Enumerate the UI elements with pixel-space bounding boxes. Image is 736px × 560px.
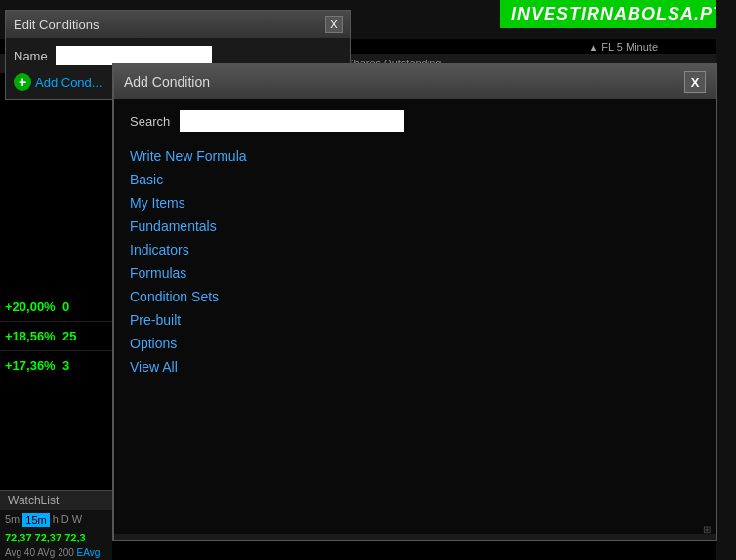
search-row: Search	[130, 110, 700, 132]
menu-item[interactable]: Options	[130, 335, 700, 352]
stock-row: +18,56% 25	[0, 322, 112, 351]
tf-5m[interactable]: 5m	[5, 513, 20, 527]
add-condition-close-button[interactable]: X	[684, 71, 706, 93]
add-condition-title: Add Condition	[124, 74, 210, 90]
tf-w[interactable]: W	[72, 513, 82, 527]
tf-15m[interactable]: 15m	[22, 513, 49, 527]
price-row: 72,37 72,37 72,3	[0, 530, 112, 545]
stock-row: +17,36% 3	[0, 351, 112, 380]
stock-rows: +20,00% 0 +18,56% 25 +17,36% 3	[0, 293, 112, 380]
edit-conditions-titlebar: Edit Conditions X	[6, 11, 350, 38]
resize-handle[interactable]: ⊞	[703, 524, 711, 535]
menu-item[interactable]: My Items	[130, 194, 700, 212]
add-condition-modal: Add Condition X Search Write New Formula…	[112, 63, 717, 541]
menu-item[interactable]: View All	[130, 358, 700, 376]
fl-label: ▲ FL 5 Minute	[588, 41, 658, 53]
add-condition-body: Search Write New FormulaBasicMy ItemsFun…	[114, 99, 716, 534]
condition-menu-list: Write New FormulaBasicMy ItemsFundamenta…	[130, 147, 700, 376]
watchlist-tab[interactable]: WatchList	[0, 490, 112, 510]
name-row: Name	[14, 46, 343, 65]
edit-conditions-title: Edit Conditions	[14, 18, 99, 32]
timeframes: 5m 15m h D W	[0, 510, 112, 530]
name-label: Name	[14, 49, 48, 63]
tf-h[interactable]: h	[53, 513, 59, 527]
menu-item[interactable]: Pre-built	[130, 311, 700, 329]
avg-row: Avg 40 AVg 200 EAvg	[0, 545, 112, 560]
add-condition-label: Add Cond...	[35, 75, 102, 90]
name-input[interactable]	[56, 46, 212, 65]
bottom-panel: WatchList 5m 15m h D W 72,37 72,37 72,3 …	[0, 490, 112, 560]
brand-logo: INVESTIRNABOLSA.PT	[500, 0, 736, 28]
menu-item[interactable]: Fundamentals	[130, 218, 700, 235]
add-condition-titlebar: Add Condition X	[114, 65, 716, 99]
stock-row: +20,00% 0	[0, 293, 112, 322]
add-icon: +	[14, 73, 31, 91]
menu-item[interactable]: Basic	[130, 171, 700, 188]
search-label: Search	[130, 114, 170, 129]
menu-item[interactable]: Condition Sets	[130, 288, 700, 305]
tf-d[interactable]: D	[61, 513, 69, 527]
search-input[interactable]	[180, 110, 404, 132]
menu-item[interactable]: Write New Formula	[130, 147, 700, 165]
menu-item[interactable]: Indicators	[130, 241, 700, 259]
menu-item[interactable]: Formulas	[130, 264, 700, 282]
right-edge	[716, 0, 736, 560]
edit-conditions-close-button[interactable]: X	[325, 16, 343, 33]
